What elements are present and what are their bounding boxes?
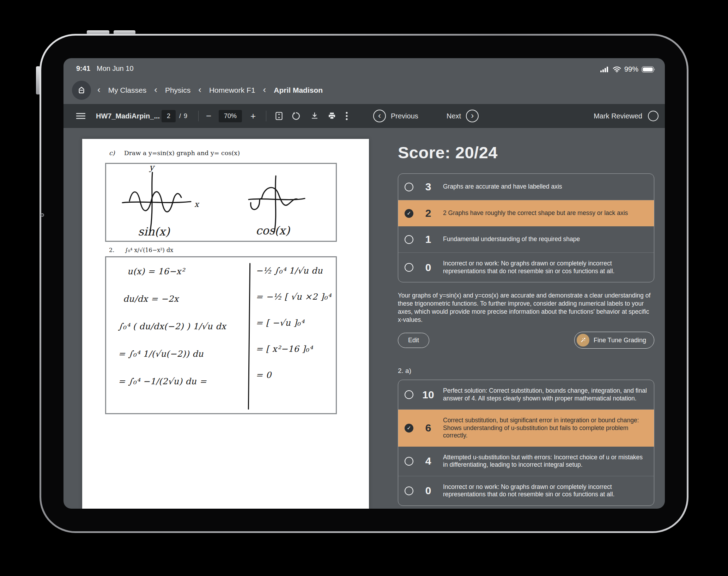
- feedback-text-1: Your graphs of y=sin(x) and y=cos(x) are…: [398, 292, 654, 324]
- rubric-row[interactable]: ✓ 2 2 Graphs have roughly the correct sh…: [398, 200, 654, 226]
- rubric-description: Fundamental understanding of the require…: [443, 235, 580, 243]
- rubric-row[interactable]: ✓ 10 Perfect solution: Correct substitut…: [398, 380, 654, 409]
- toolbar-divider: [266, 111, 266, 121]
- handwritten-graphs: y x sin(x) cos(x): [106, 164, 336, 241]
- rubric-section-2: ✓ 10 Perfect solution: Correct substitut…: [398, 380, 654, 506]
- rubric-description: Incorrect or no work: No graphs drawn or…: [443, 483, 648, 498]
- check-icon: ✓: [407, 210, 411, 216]
- radio-unselected-icon[interactable]: [405, 263, 413, 272]
- rubric-points: 4: [419, 455, 437, 467]
- chevron-right-circle-icon[interactable]: ›: [466, 110, 479, 122]
- wifi-icon: [613, 66, 621, 73]
- mark-reviewed-checkbox[interactable]: [648, 111, 659, 121]
- work-line: −½ ∫₀⁴ 1/√u du: [256, 266, 331, 276]
- cellular-signal-icon: [600, 66, 609, 73]
- action-buttons: Edit: [398, 332, 654, 349]
- question-2: 2.∫₀⁴ x/√(16−x²) dx: [109, 247, 173, 253]
- mark-reviewed-control[interactable]: Mark Reviewed: [594, 104, 659, 128]
- mark-reviewed-label: Mark Reviewed: [594, 112, 642, 120]
- document-filename: HW7_MadiArpin_...: [96, 112, 160, 120]
- zoom-out-button[interactable]: −: [206, 111, 211, 122]
- home-button[interactable]: [72, 81, 91, 100]
- rubric-points: 0: [419, 485, 437, 497]
- fine-tune-grading-button[interactable]: Fine Tune Grading: [574, 332, 654, 349]
- work-line: = ∫₀⁴ −1/(2√u) du =: [118, 376, 226, 386]
- download-icon[interactable]: [310, 112, 319, 120]
- work-line: = −½ [ √u ×2 ]₀⁴: [256, 292, 331, 302]
- radio-unselected-icon[interactable]: [405, 486, 413, 495]
- cos-label: cos(x): [256, 224, 290, 237]
- rubric-row[interactable]: ✓ 0 Incorrect or no work: No graphs draw…: [398, 476, 654, 505]
- pdf-page: c)Draw a y=sin(x) graph and y= cos(x): [82, 139, 369, 509]
- ipad-bezel: 9:41 Mon Jun 10: [41, 36, 687, 531]
- rubric-row[interactable]: ✓ 1 Fundamental understanding of the req…: [398, 226, 654, 252]
- battery-icon: [642, 66, 656, 73]
- breadcrumb-physics[interactable]: Physics: [165, 86, 190, 94]
- sin-label: sin(x): [138, 225, 170, 238]
- menu-icon[interactable]: [76, 112, 85, 120]
- radio-unselected-icon[interactable]: [405, 235, 413, 244]
- y-axis-label: y: [149, 164, 155, 172]
- breadcrumb-homework[interactable]: Homework F1: [209, 86, 255, 94]
- more-options-icon[interactable]: [346, 111, 348, 121]
- breadcrumb-student-name: April Madison: [274, 86, 323, 94]
- pdf-toolbar: HW7_MadiArpin_... 2 / 9 − 70% +: [63, 104, 665, 128]
- status-date: Mon Jun 10: [97, 65, 134, 73]
- radio-unselected-icon[interactable]: [405, 457, 413, 466]
- radio-unselected-icon[interactable]: [405, 390, 413, 399]
- ipad-frame: 9:41 Mon Jun 10: [40, 34, 688, 533]
- rubric-row[interactable]: ✓ 4 Attempted u-substitution but with er…: [398, 447, 654, 476]
- work-line: = [ −√u ]₀⁴: [256, 318, 331, 328]
- status-bar-right: 99%: [600, 65, 656, 73]
- app-screen: 9:41 Mon Jun 10: [63, 58, 665, 509]
- next-button[interactable]: Next ›: [447, 104, 479, 128]
- rubric-section-1: ✓ 3 Graphs are accurate and have labelle…: [398, 173, 654, 282]
- breadcrumb-my-classes[interactable]: My Classes: [108, 86, 147, 94]
- magic-wand-icon: [577, 334, 589, 347]
- battery-percent: 99%: [624, 65, 638, 73]
- work-answer-box: u(x) = 16−x² du/dx = −2x ∫₀⁴ ( du/dx(−2)…: [105, 256, 337, 414]
- rubric-row[interactable]: ✓ 6 Correct substitution, but significan…: [398, 409, 654, 447]
- radio-selected-icon[interactable]: ✓: [405, 209, 413, 218]
- rotate-icon[interactable]: [291, 111, 301, 121]
- zoom-in-button[interactable]: +: [250, 111, 256, 122]
- rubric-description: Graphs are accurate and have labelled ax…: [443, 183, 562, 191]
- work-line: = ∫₀⁴ 1/(√u(−2)) du: [118, 349, 226, 359]
- zoom-level[interactable]: 70%: [219, 110, 242, 122]
- rubric-row[interactable]: ✓ 0 Incorrect or no work: No graphs draw…: [398, 252, 654, 282]
- check-icon: ✓: [407, 425, 411, 431]
- rubric-description: Attempted u-substitution but with errors…: [443, 454, 648, 469]
- rubric-points: 6: [419, 422, 437, 434]
- status-time: 9:41: [76, 65, 90, 73]
- radio-selected-icon[interactable]: ✓: [405, 424, 413, 433]
- radio-unselected-icon[interactable]: [405, 183, 413, 191]
- rubric-description: Correct substitution, but significant er…: [443, 417, 648, 440]
- stage: 9:41 Mon Jun 10: [0, 0, 728, 576]
- front-camera: [41, 213, 44, 217]
- work-column-left: u(x) = 16−x² du/dx = −2x ∫₀⁴ ( du/dx(−2)…: [118, 266, 226, 386]
- chevron-left-icon: ‹: [263, 85, 266, 94]
- handwritten-divider-line: [248, 263, 250, 410]
- home-icon: [77, 85, 86, 95]
- work-line: = 0: [256, 370, 331, 380]
- rubric-row[interactable]: ✓ 3 Graphs are accurate and have labelle…: [398, 174, 654, 200]
- page-total: 9: [184, 112, 188, 120]
- rubric-points: 3: [419, 181, 437, 193]
- graph-answer-box: y x sin(x) cos(x): [105, 163, 337, 242]
- page-number-input[interactable]: 2: [162, 110, 176, 122]
- print-icon[interactable]: [327, 112, 336, 120]
- question-c: c)Draw a y=sin(x) graph and y= cos(x): [109, 149, 240, 157]
- edit-button[interactable]: Edit: [398, 333, 429, 348]
- chevron-left-icon: ‹: [154, 85, 157, 94]
- chevron-left-icon: ‹: [198, 85, 201, 94]
- toolbar-divider: [198, 111, 199, 121]
- rubric-description: Incorrect or no work: No graphs drawn or…: [443, 260, 648, 275]
- chevron-left-icon: ‹: [97, 85, 101, 94]
- previous-button[interactable]: ‹ Previous: [373, 104, 418, 128]
- fit-to-page-icon[interactable]: [274, 111, 284, 121]
- work-line: du/dx = −2x: [118, 294, 226, 304]
- grading-panel: Score: 20/24 ✓ 3 Graphs are accurate and…: [398, 143, 654, 509]
- rubric-description: Perfect solution: Correct substitution, …: [443, 387, 648, 402]
- question-2a-label: 2. a): [398, 367, 654, 375]
- chevron-left-circle-icon[interactable]: ‹: [373, 110, 386, 122]
